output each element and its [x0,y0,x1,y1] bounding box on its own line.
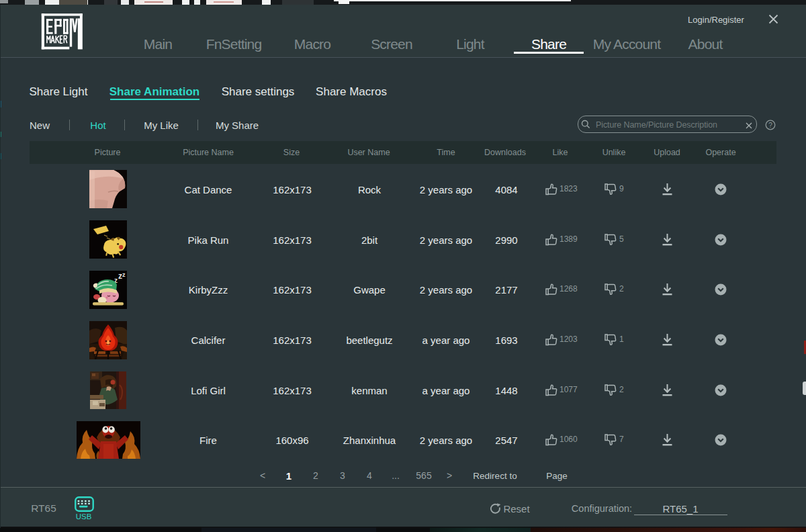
svg-text:?: ? [768,122,772,129]
svg-text:z: z [122,271,126,278]
